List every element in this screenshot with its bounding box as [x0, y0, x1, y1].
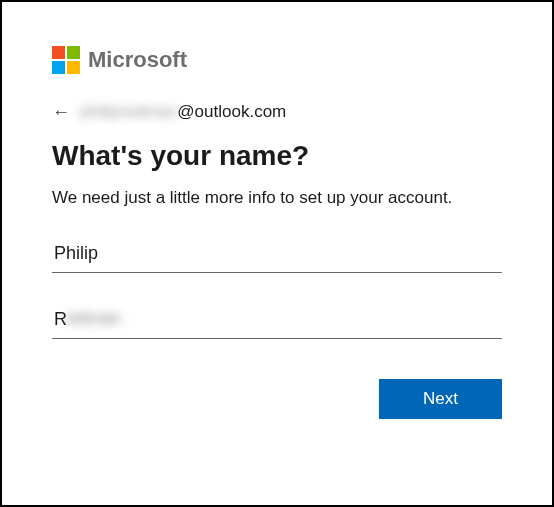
next-button[interactable]: Next — [379, 379, 502, 419]
account-email: philip redman @outlook.com — [80, 102, 286, 122]
button-row: Next — [52, 379, 502, 419]
page-subtext: We need just a little more info to set u… — [52, 186, 502, 211]
brand-header: Microsoft — [52, 46, 502, 74]
first-name-field[interactable] — [52, 237, 502, 273]
email-redacted-prefix: philip — [80, 102, 120, 122]
page-title: What's your name? — [52, 140, 502, 172]
email-domain: @outlook.com — [177, 102, 286, 122]
email-redacted-mid: redman — [120, 102, 178, 122]
microsoft-logo-icon — [52, 46, 80, 74]
back-arrow-icon[interactable]: ← — [52, 103, 70, 121]
brand-name: Microsoft — [88, 47, 187, 73]
identity-row: ← philip redman @outlook.com — [52, 102, 502, 122]
last-name-field[interactable] — [52, 303, 502, 339]
